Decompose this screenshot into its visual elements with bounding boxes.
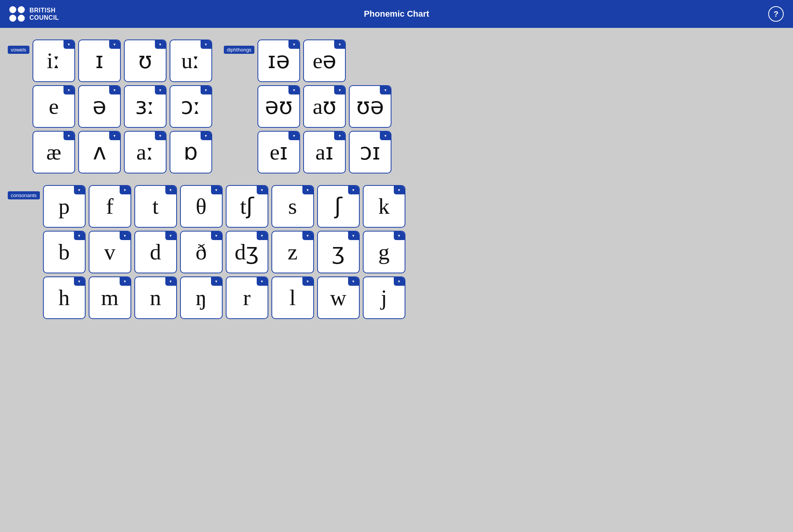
dropdown-b[interactable] bbox=[74, 232, 85, 240]
dropdown-p[interactable] bbox=[74, 186, 85, 194]
dropdown-z[interactable] bbox=[302, 232, 313, 240]
phoneme-uː[interactable]: uː bbox=[170, 39, 212, 82]
phoneme-l[interactable]: l bbox=[271, 276, 314, 319]
dropdown-ɪə[interactable] bbox=[288, 40, 299, 49]
dropdown-ə[interactable] bbox=[109, 86, 120, 94]
help-button[interactable]: ? bbox=[768, 6, 784, 22]
dropdown-uː[interactable] bbox=[201, 40, 211, 49]
dropdown-ð[interactable] bbox=[211, 232, 222, 240]
dropdown-eə[interactable] bbox=[334, 40, 345, 49]
dropdown-θ[interactable] bbox=[211, 186, 222, 194]
dropdown-aɪ[interactable] bbox=[334, 132, 345, 140]
phoneme-aʊ[interactable]: aʊ bbox=[303, 85, 346, 128]
vowels-row-1: iː ɪ ʊ uː bbox=[33, 39, 212, 82]
phoneme-eə[interactable]: eə bbox=[303, 39, 346, 82]
dropdown-ʌ[interactable] bbox=[109, 132, 120, 140]
phoneme-ŋ[interactable]: ŋ bbox=[180, 276, 223, 319]
phoneme-ʌ[interactable]: ʌ bbox=[78, 131, 121, 173]
dropdown-v[interactable] bbox=[120, 232, 130, 240]
dropdown-ɪ[interactable] bbox=[109, 40, 120, 49]
phoneme-tʃ[interactable]: tʃ bbox=[226, 185, 268, 228]
dropdown-ʒ[interactable] bbox=[348, 232, 359, 240]
vowels-diphthongs-section: vowels iː ɪ ʊ bbox=[8, 36, 778, 177]
dropdown-j[interactable] bbox=[394, 277, 405, 286]
phoneme-p[interactable]: p bbox=[43, 185, 86, 228]
dropdown-r[interactable] bbox=[257, 277, 268, 286]
phoneme-z[interactable]: z bbox=[271, 231, 314, 273]
phoneme-aː[interactable]: aː bbox=[124, 131, 166, 173]
phoneme-ɪ[interactable]: ɪ bbox=[78, 39, 121, 82]
phoneme-dʒ[interactable]: dʒ bbox=[226, 231, 268, 273]
dropdown-s[interactable] bbox=[302, 186, 313, 194]
phoneme-n[interactable]: n bbox=[134, 276, 177, 319]
phoneme-ɪə[interactable]: ɪə bbox=[257, 39, 300, 82]
dropdown-g[interactable] bbox=[394, 232, 405, 240]
dropdown-iː[interactable] bbox=[64, 40, 74, 49]
main-content: vowels iː ɪ ʊ bbox=[0, 28, 793, 532]
dropdown-eɪ[interactable] bbox=[288, 132, 299, 140]
phoneme-f[interactable]: f bbox=[89, 185, 131, 228]
phoneme-ɔɪ[interactable]: ɔɪ bbox=[349, 131, 391, 173]
phoneme-æ[interactable]: æ bbox=[33, 131, 75, 173]
dropdown-e[interactable] bbox=[64, 86, 74, 94]
phoneme-b[interactable]: b bbox=[43, 231, 86, 273]
dropdown-ɒ[interactable] bbox=[201, 132, 211, 140]
phoneme-ʊ[interactable]: ʊ bbox=[124, 39, 166, 82]
dropdown-ʃ[interactable] bbox=[348, 186, 359, 194]
phoneme-h[interactable]: h bbox=[43, 276, 86, 319]
consonants-content: p f t θ tʃ bbox=[43, 185, 405, 319]
phoneme-ð[interactable]: ð bbox=[180, 231, 223, 273]
dropdown-k[interactable] bbox=[394, 186, 405, 194]
phoneme-g[interactable]: g bbox=[363, 231, 405, 273]
dropdown-ŋ[interactable] bbox=[211, 277, 222, 286]
phoneme-d[interactable]: d bbox=[134, 231, 177, 273]
phoneme-r[interactable]: r bbox=[226, 276, 268, 319]
phoneme-iː[interactable]: iː bbox=[33, 39, 75, 82]
dropdown-dʒ[interactable] bbox=[257, 232, 268, 240]
phoneme-ʊə[interactable]: ʊə bbox=[349, 85, 391, 128]
phoneme-t[interactable]: t bbox=[134, 185, 177, 228]
phoneme-j[interactable]: j bbox=[363, 276, 405, 319]
symbol-ʌ: ʌ bbox=[93, 141, 106, 163]
phoneme-eɪ[interactable]: eɪ bbox=[257, 131, 300, 173]
symbol-aː: aː bbox=[136, 141, 154, 163]
dropdown-əʊ[interactable] bbox=[288, 86, 299, 94]
dropdown-l[interactable] bbox=[302, 277, 313, 286]
phoneme-əʊ[interactable]: əʊ bbox=[257, 85, 300, 128]
dropdown-ɜː[interactable] bbox=[155, 86, 166, 94]
dropdown-w[interactable] bbox=[348, 277, 359, 286]
dropdown-f[interactable] bbox=[120, 186, 130, 194]
phoneme-ʒ[interactable]: ʒ bbox=[317, 231, 360, 273]
dropdown-aʊ[interactable] bbox=[334, 86, 345, 94]
phoneme-aɪ[interactable]: aɪ bbox=[303, 131, 346, 173]
dropdown-ɔː[interactable] bbox=[201, 86, 211, 94]
consonants-label: consonants bbox=[8, 191, 40, 199]
symbol-ɜː: ɜː bbox=[135, 95, 155, 118]
phoneme-θ[interactable]: θ bbox=[180, 185, 223, 228]
dropdown-n[interactable] bbox=[165, 277, 176, 286]
dropdown-h[interactable] bbox=[74, 277, 85, 286]
dropdown-tʃ[interactable] bbox=[257, 186, 268, 194]
phoneme-m[interactable]: m bbox=[89, 276, 131, 319]
phoneme-w[interactable]: w bbox=[317, 276, 360, 319]
dropdown-d[interactable] bbox=[165, 232, 176, 240]
phoneme-k[interactable]: k bbox=[363, 185, 405, 228]
dropdown-m[interactable] bbox=[120, 277, 130, 286]
phoneme-ɔː[interactable]: ɔː bbox=[170, 85, 212, 128]
phoneme-s[interactable]: s bbox=[271, 185, 314, 228]
symbol-uː: uː bbox=[181, 50, 200, 72]
dropdown-t[interactable] bbox=[165, 186, 176, 194]
dropdown-aː[interactable] bbox=[155, 132, 166, 140]
dropdown-æ[interactable] bbox=[64, 132, 74, 140]
phoneme-ʃ[interactable]: ʃ bbox=[317, 185, 360, 228]
symbol-j: j bbox=[381, 287, 387, 309]
dropdown-ɔɪ[interactable] bbox=[380, 132, 391, 140]
phoneme-v[interactable]: v bbox=[89, 231, 131, 273]
phoneme-ɒ[interactable]: ɒ bbox=[170, 131, 212, 173]
dropdown-ʊ[interactable] bbox=[155, 40, 166, 49]
phoneme-ə[interactable]: ə bbox=[78, 85, 121, 128]
logo-dot-2 bbox=[18, 6, 25, 13]
phoneme-e[interactable]: e bbox=[33, 85, 75, 128]
phoneme-ɜː[interactable]: ɜː bbox=[124, 85, 166, 128]
dropdown-ʊə[interactable] bbox=[380, 86, 391, 94]
